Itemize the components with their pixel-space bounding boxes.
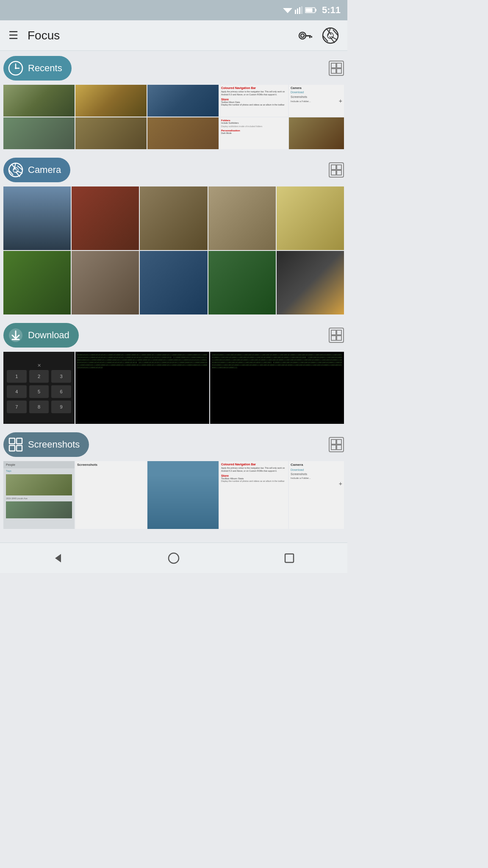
photo-thumb[interactable]: 0100101011100010101010111000101000101110…: [75, 352, 209, 424]
recents-button-nav[interactable]: [277, 546, 301, 570]
photo-thumb[interactable]: [277, 186, 344, 250]
top-bar: ☰ Focus: [0, 20, 347, 51]
screenshot-thumb[interactable]: Camera Download Screenshots Include a Fo…: [289, 85, 344, 117]
photo-thumb[interactable]: [289, 117, 344, 149]
svg-point-8: [299, 32, 306, 39]
svg-rect-4: [301, 6, 302, 14]
screenshots-label: Screenshots: [28, 439, 80, 450]
status-icons: 5:11: [283, 5, 341, 16]
screenshots-icon: [8, 437, 24, 453]
photo-thumb[interactable]: 1001010001110010010100011100100101000111…: [210, 352, 344, 424]
download-expand[interactable]: [329, 328, 344, 343]
screenshots-button[interactable]: Screenshots: [3, 432, 89, 457]
camera-grid: [3, 186, 344, 314]
svg-rect-3: [299, 7, 300, 14]
svg-rect-12: [311, 36, 312, 38]
screenshot-thumb[interactable]: Screenshots: [75, 461, 147, 529]
screenshot-thumb[interactable]: People Tags 1819-1848 Lincoln Ave: [3, 461, 75, 529]
photo-thumb[interactable]: [3, 85, 75, 117]
photo-thumb[interactable]: [208, 186, 276, 250]
photo-thumb[interactable]: [147, 461, 219, 529]
recents-icon: [8, 60, 24, 76]
recents-expand[interactable]: [329, 61, 344, 76]
screenshot-thumb[interactable]: Folders Include Subfolders Display subfo…: [219, 117, 288, 149]
svg-rect-28: [337, 69, 341, 73]
svg-rect-53: [337, 440, 341, 444]
download-button[interactable]: Download: [3, 323, 79, 348]
svg-rect-25: [331, 63, 336, 68]
aperture-icon[interactable]: [322, 27, 339, 44]
photo-thumb[interactable]: [3, 117, 75, 149]
photo-thumb[interactable]: [277, 251, 344, 314]
camera-button[interactable]: Camera: [3, 158, 70, 182]
photo-thumb[interactable]: [75, 117, 147, 149]
svg-rect-44: [331, 330, 336, 335]
screenshot-thumb[interactable]: Coloured Navigation Bar Apply the primar…: [219, 85, 288, 117]
signal-icon: [295, 6, 302, 14]
key-icon[interactable]: [298, 31, 313, 41]
svg-rect-1: [295, 10, 296, 14]
svg-rect-38: [337, 165, 341, 170]
battery-icon: [305, 7, 317, 14]
top-right-icons: [298, 27, 339, 44]
svg-rect-46: [331, 336, 336, 340]
screenshots-expand[interactable]: [329, 437, 344, 452]
svg-rect-27: [331, 69, 336, 73]
screenshot-thumb[interactable]: Camera Download Screenshots Include a Fo…: [289, 461, 344, 529]
home-button[interactable]: [162, 546, 186, 570]
photo-thumb[interactable]: [3, 251, 71, 314]
recents-section: Recents: [3, 56, 344, 149]
svg-point-13: [323, 28, 338, 43]
photo-thumb[interactable]: [147, 117, 219, 149]
screenshots-section: Screenshots People Tags 1819-1848 Lincol…: [3, 432, 344, 529]
svg-rect-40: [337, 170, 341, 175]
camera-header: Camera: [3, 158, 344, 182]
app-title: Focus: [28, 29, 298, 42]
svg-point-57: [169, 553, 179, 563]
svg-rect-50: [9, 445, 15, 451]
screenshot-thumb[interactable]: Coloured Navigation Bar Apply the primar…: [219, 461, 288, 529]
svg-rect-55: [337, 445, 341, 450]
svg-rect-48: [9, 438, 15, 444]
svg-rect-2: [297, 8, 298, 14]
photo-thumb[interactable]: [140, 251, 207, 314]
photo-thumb[interactable]: [140, 186, 207, 250]
main-content: Recents: [0, 51, 347, 542]
status-time: 5:11: [322, 5, 341, 16]
recents-button[interactable]: Recents: [3, 56, 72, 81]
svg-rect-54: [331, 445, 336, 450]
svg-point-24: [15, 67, 17, 69]
download-icon: [8, 327, 24, 343]
camera-section: Camera: [3, 158, 344, 314]
status-bar: 5:11: [0, 0, 347, 20]
recents-row-1: Coloured Navigation Bar Apply the primar…: [3, 85, 344, 149]
photo-thumb[interactable]: [72, 186, 139, 250]
menu-icon[interactable]: ☰: [8, 29, 19, 42]
download-section: Download ✕ 1 2 3 4 5: [3, 323, 344, 424]
svg-rect-51: [17, 445, 22, 451]
photo-thumb[interactable]: [147, 85, 219, 117]
photo-thumb[interactable]: ✕ 1 2 3 4 5 6 7 8 9: [3, 352, 75, 424]
camera-expand[interactable]: [329, 162, 344, 178]
svg-rect-52: [331, 440, 336, 444]
svg-point-9: [301, 34, 304, 37]
recents-label: Recents: [28, 63, 62, 74]
back-button[interactable]: [46, 546, 70, 570]
camera-label: Camera: [28, 164, 61, 175]
svg-rect-45: [337, 330, 341, 335]
screenshots-grid: People Tags 1819-1848 Lincoln Ave Screen…: [3, 461, 344, 529]
download-grid: ✕ 1 2 3 4 5 6 7 8 9 01001010111000101010…: [3, 352, 344, 424]
download-label: Download: [28, 330, 69, 341]
photo-thumb[interactable]: [72, 251, 139, 314]
screenshots-header: Screenshots: [3, 432, 344, 457]
svg-rect-58: [285, 554, 294, 562]
photo-thumb[interactable]: [208, 251, 276, 314]
photo-thumb[interactable]: [3, 186, 71, 250]
nav-bar: [0, 542, 347, 573]
photo-thumb[interactable]: [75, 85, 147, 117]
svg-rect-49: [17, 438, 22, 444]
svg-rect-26: [337, 63, 341, 68]
svg-rect-7: [305, 8, 312, 12]
camera-icon: [8, 162, 24, 178]
svg-rect-39: [331, 170, 336, 175]
